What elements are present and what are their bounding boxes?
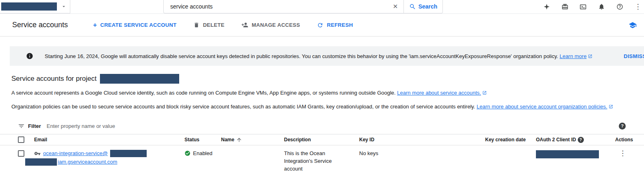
filter-label: Filter	[28, 123, 41, 129]
more-vert-icon[interactable]: ⋮	[634, 3, 642, 11]
clear-search-icon[interactable]: ✕	[387, 0, 403, 13]
search-input[interactable]	[164, 0, 387, 13]
service-account-email-link[interactable]: ocean-integration-service@	[43, 149, 108, 157]
delete-button[interactable]: DELETE	[193, 22, 224, 28]
search-button[interactable]: Search	[403, 0, 442, 13]
description-paragraph-1: A service account represents a Google Cl…	[11, 89, 644, 96]
create-service-account-button[interactable]: + CREATE SERVICE ACCOUNT	[93, 22, 176, 29]
column-header-status[interactable]: Status	[183, 137, 219, 143]
column-header-oauth2-client-id[interactable]: OAuth 2 Client ID ?	[534, 137, 614, 143]
key-id-cell: No keys	[358, 149, 484, 157]
row-checkbox[interactable]	[18, 150, 24, 157]
column-header-key-creation-date[interactable]: Key creation date	[484, 137, 534, 143]
notifications-icon[interactable]	[598, 3, 605, 11]
column-header-name[interactable]: Name	[219, 137, 282, 143]
redacted-oauth2-client-id	[536, 150, 599, 158]
service-account-key-icon	[34, 150, 41, 157]
topbar-icon-group: ⋮	[543, 0, 642, 13]
learn-more-service-accounts-link[interactable]: Learn more about service accounts.	[397, 90, 481, 96]
banner-learn-more-link[interactable]: Learn more	[559, 53, 586, 59]
table-row: ocean-integration-service@ iam.gservicea…	[0, 145, 644, 175]
chevron-down-icon	[61, 4, 67, 9]
sort-ascending-icon	[236, 137, 242, 143]
trash-icon	[193, 22, 199, 28]
global-search: ✕ Search	[163, 0, 443, 13]
help-icon[interactable]	[616, 3, 623, 11]
gemini-icon[interactable]	[543, 3, 550, 11]
redacted-project-name	[1, 2, 57, 11]
email-cell: ocean-integration-service@ iam.gservicea…	[33, 149, 183, 166]
plus-icon: +	[93, 22, 97, 29]
key-exposure-banner: Starting June 16, 2024, Google will auto…	[10, 46, 644, 66]
column-header-description[interactable]: Description	[282, 137, 358, 143]
table-header-row: Email Status Name Description Key ID Key…	[0, 134, 644, 145]
page-title: Service accounts	[12, 21, 68, 29]
refresh-icon	[317, 22, 323, 28]
refresh-button[interactable]: REFRESH	[317, 22, 353, 28]
gift-icon[interactable]	[561, 3, 568, 11]
column-header-actions: Actions	[614, 137, 644, 143]
status-cell: Enabled	[183, 149, 219, 157]
person-add-icon	[241, 22, 248, 28]
redacted-project-name-heading	[100, 74, 179, 84]
filter-input[interactable]	[47, 123, 619, 129]
column-header-email[interactable]: Email	[33, 137, 183, 143]
manage-access-button[interactable]: MANAGE ACCESS	[241, 22, 300, 28]
filter-help-icon[interactable]: ?	[619, 123, 626, 130]
select-all-checkbox[interactable]	[18, 136, 24, 143]
description-paragraph-2: Organization policies can be used to sec…	[11, 103, 644, 110]
name-cell	[219, 149, 282, 149]
service-account-email-domain-link[interactable]: iam.gserviceaccount.com	[58, 158, 117, 166]
oauth2-help-icon[interactable]: ?	[578, 137, 584, 143]
filter-icon	[18, 123, 25, 130]
search-button-label: Search	[418, 3, 438, 10]
top-app-bar: ✕ Search ⋮	[0, 0, 644, 14]
description-cell: This is the Ocean Integration's Service …	[282, 149, 358, 173]
service-accounts-toolbar: Service accounts + CREATE SERVICE ACCOUN…	[0, 14, 644, 37]
table-filter-bar: Filter ?	[0, 120, 644, 132]
row-actions-menu-icon[interactable]: ⋮	[614, 149, 644, 157]
project-selector[interactable]	[0, 0, 70, 13]
main-content: Service accounts for project A service a…	[0, 74, 644, 110]
info-icon	[26, 52, 33, 60]
column-header-key-id[interactable]: Key ID	[358, 137, 484, 143]
status-text: Enabled	[193, 149, 212, 157]
redacted-email-project-2	[25, 158, 57, 166]
banner-text: Starting June 16, 2024, Google will auto…	[45, 53, 592, 59]
cloud-shell-icon[interactable]	[579, 3, 587, 11]
learn-more-org-policies-link[interactable]: Learn more about service account organiz…	[477, 104, 607, 110]
external-link-icon	[482, 91, 487, 95]
key-creation-date-cell	[484, 149, 534, 149]
search-icon	[409, 3, 416, 10]
status-enabled-icon	[184, 150, 191, 156]
dismiss-button[interactable]: DISMISS	[624, 53, 644, 59]
external-link-icon	[609, 104, 613, 109]
external-link-icon	[588, 54, 592, 58]
redacted-email-project	[110, 150, 147, 157]
learn-panel-icon[interactable]	[629, 21, 637, 29]
section-heading: Service accounts for project	[11, 75, 97, 83]
oauth2-client-id-cell	[534, 149, 614, 160]
